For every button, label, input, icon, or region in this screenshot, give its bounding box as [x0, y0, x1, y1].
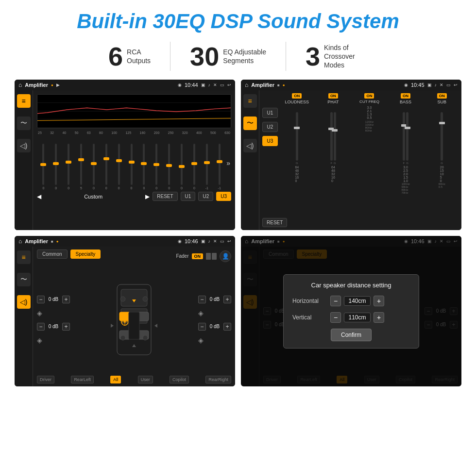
fader-avatar-btn[interactable]: 👤 — [220, 250, 231, 262]
btn-copilot[interactable]: Copilot — [170, 376, 189, 383]
db-val-1: 0 dB — [47, 297, 60, 302]
db-minus-4[interactable]: − — [198, 323, 206, 331]
wave-icon[interactable]: 〜 — [17, 116, 31, 130]
eq-u1-btn[interactable]: U1 — [181, 192, 196, 201]
btn-user[interactable]: User — [138, 376, 153, 383]
slider-15[interactable]: -1 — [214, 144, 225, 190]
eq-play-icon: ▶ — [56, 83, 60, 87]
dsp-reset-btn[interactable]: RESET — [262, 218, 287, 227]
dsp-bass-vals: 3.02.52.01.51.0 — [403, 166, 408, 183]
fader-on-badge[interactable]: ON — [192, 253, 204, 259]
slider-13[interactable]: 0 — [189, 144, 200, 190]
eq-next-btn[interactable]: ▶ — [145, 193, 150, 200]
dsp-sub-on[interactable]: ON — [437, 93, 447, 99]
fader-main: Common Specialty Fader ON 👤 — [33, 247, 235, 386]
fader-tab-common[interactable]: Common — [37, 249, 68, 259]
eq-sliders: 0 0 0 — [37, 136, 231, 190]
fader-home-icon[interactable]: ⌂ — [18, 238, 22, 245]
dsp-wave-icon[interactable]: 〜 — [243, 116, 257, 130]
slider-11[interactable]: 0 — [164, 144, 175, 190]
horizontal-control: − 140cm + — [330, 296, 410, 306]
fader-close-icon[interactable]: ✕ — [213, 239, 217, 244]
horizontal-minus-btn[interactable]: − — [330, 296, 341, 306]
dsp-u1-btn[interactable]: U1 — [262, 108, 278, 118]
slider-1[interactable]: 0 — [38, 144, 49, 190]
dsp-bass-f1[interactable]: F — [403, 112, 405, 165]
horizontal-plus-btn[interactable]: + — [374, 296, 384, 306]
db-minus-1[interactable]: − — [37, 296, 45, 303]
dsp-phat-f1[interactable]: F — [330, 112, 333, 165]
dsp-eq-icon[interactable]: ≡ — [243, 94, 257, 108]
dsp-speaker-icon[interactable]: ◁) — [243, 139, 257, 152]
stat-eq-text: EQ Adjustable Segments — [223, 48, 266, 65]
dsp-bass-hz: 100Hz90Hz80Hz70Hz — [401, 183, 409, 194]
slider-5[interactable]: 0 — [88, 144, 100, 190]
fader-label: Fader — [176, 253, 188, 259]
dsp-back-icon[interactable]: ↩ — [454, 83, 458, 87]
vertical-plus-btn[interactable]: + — [374, 312, 384, 323]
slider-10[interactable]: 0 — [151, 144, 162, 190]
dsp-cutfreq-on[interactable]: ON — [364, 93, 374, 99]
dsp-close-icon[interactable]: ✕ — [440, 83, 443, 87]
dsp-cutfreq-hz: 120Hz100Hz80Hz60Hz — [365, 120, 374, 132]
eq-prev-btn[interactable]: ◀ — [37, 193, 41, 200]
eq-u2-btn[interactable]: U2 — [198, 192, 213, 201]
slider-6[interactable]: 0 — [101, 144, 112, 190]
slider-7[interactable]: 0 — [113, 144, 124, 190]
home-icon[interactable]: ⌂ — [18, 82, 22, 88]
eq-icon[interactable]: ≡ — [17, 94, 31, 108]
btn-all[interactable]: All — [110, 376, 121, 383]
eq-close-icon[interactable]: ✕ — [213, 83, 217, 87]
db-minus-2[interactable]: − — [37, 323, 45, 331]
dsp-phat-on[interactable]: ON — [328, 93, 338, 99]
eq-more-icon[interactable]: » — [226, 159, 230, 167]
fader-eq-icon[interactable]: ≡ — [17, 250, 31, 264]
dsp-bass-label: BASS — [400, 100, 411, 104]
page-wrapper: Built-in 30EQ DSP Sound System 6 RCA Out… — [0, 0, 476, 449]
eq-back-icon[interactable]: ↩ — [227, 83, 231, 87]
svg-marker-19 — [154, 324, 157, 328]
fader-header-row: Common Specialty Fader ON 👤 — [37, 249, 231, 263]
slider-9[interactable]: 0 — [138, 144, 150, 190]
dsp-win-icon: ▭ — [446, 83, 451, 87]
db-plus-2[interactable]: + — [62, 323, 70, 331]
dsp-u3-btn[interactable]: U3 — [262, 136, 278, 146]
dsp-phat-f2[interactable]: G — [334, 112, 336, 165]
slider-8[interactable]: 0 — [126, 144, 137, 190]
slider-12[interactable]: 0 — [176, 144, 187, 190]
speaker-icon[interactable]: ◁) — [17, 139, 31, 152]
btn-rearright[interactable]: RearRight — [205, 376, 231, 383]
eq-dot-icon: ● — [51, 83, 53, 87]
dsp-home-icon[interactable]: ⌂ — [245, 82, 248, 88]
stats-row: 6 RCA Outputs 30 EQ Adjustable Segments … — [15, 42, 461, 71]
eq-u3-btn[interactable]: U3 — [216, 192, 231, 201]
btn-driver[interactable]: Driver — [37, 376, 54, 383]
dsp-sub-f1[interactable]: G — [441, 112, 443, 165]
db-minus-3[interactable]: − — [198, 296, 206, 303]
slider-4[interactable]: 5 — [76, 144, 87, 190]
fader-speaker-icon[interactable]: ◁) — [17, 295, 31, 309]
slider-14[interactable]: -1 — [201, 144, 212, 190]
dsp-bass-f2[interactable]: G — [406, 112, 408, 165]
db-plus-3[interactable]: + — [223, 296, 231, 303]
db-plus-1[interactable]: + — [62, 296, 70, 303]
vertical-control: − 110cm + — [330, 312, 410, 323]
slider-2[interactable]: 0 — [51, 144, 62, 190]
eq-cam-icon: ▣ — [201, 83, 205, 87]
fader-wave-icon[interactable]: 〜 — [17, 273, 31, 286]
dsp-bass-on[interactable]: ON — [401, 93, 410, 99]
dsp-loudness-f1[interactable]: G — [296, 112, 298, 165]
btn-rearleft[interactable]: RearLeft — [71, 376, 94, 383]
speaker-icon-row-1: ◈ — [37, 309, 70, 317]
eq-reset-btn[interactable]: RESET — [153, 192, 177, 201]
dsp-loudness-on[interactable]: ON — [292, 93, 302, 99]
fader-back-icon[interactable]: ↩ — [227, 239, 231, 244]
fader-location-icon: ◉ — [178, 239, 182, 244]
vertical-minus-btn[interactable]: − — [330, 312, 341, 323]
confirm-button[interactable]: Confirm — [331, 329, 372, 341]
db-plus-4[interactable]: + — [223, 323, 231, 331]
slider-3[interactable]: 0 — [63, 144, 74, 190]
fader-title: Amplifier — [25, 238, 48, 244]
fader-tab-specialty[interactable]: Specialty — [70, 249, 101, 259]
dsp-u2-btn[interactable]: U2 — [262, 122, 278, 132]
